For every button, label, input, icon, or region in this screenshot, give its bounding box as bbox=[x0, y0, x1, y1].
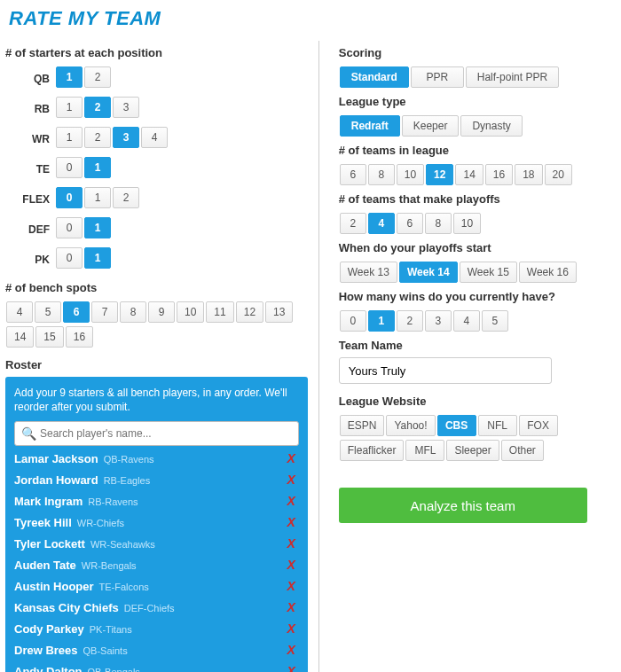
remove-player-icon[interactable]: X bbox=[287, 643, 298, 657]
scoring-option[interactable]: Half-point PPR bbox=[466, 66, 559, 88]
teams-option[interactable]: 20 bbox=[545, 164, 572, 185]
player-row[interactable]: Jordan HowardRB-EaglesX bbox=[14, 469, 299, 490]
playoffs-option[interactable]: 4 bbox=[368, 213, 395, 234]
website-option[interactable]: MFL bbox=[405, 440, 444, 461]
playoffs-option[interactable]: 2 bbox=[340, 213, 366, 234]
bench-option[interactable]: 16 bbox=[66, 326, 93, 348]
website-option[interactable]: CBS bbox=[437, 415, 476, 436]
player-row[interactable]: Kansas City ChiefsDEF-ChiefsX bbox=[14, 597, 299, 618]
position-option[interactable]: 2 bbox=[84, 66, 111, 88]
starter-row: WR1234 bbox=[5, 125, 308, 153]
remove-player-icon[interactable]: X bbox=[287, 621, 298, 636]
playoffs-option[interactable]: 6 bbox=[397, 213, 423, 234]
position-option[interactable]: 1 bbox=[84, 217, 111, 238]
position-option[interactable]: 3 bbox=[113, 127, 139, 148]
bench-option[interactable]: 9 bbox=[148, 301, 175, 323]
playoff-start-option[interactable]: Week 15 bbox=[460, 262, 517, 283]
left-column: # of starters at each position QB12RB123… bbox=[5, 41, 319, 672]
position-option[interactable]: 2 bbox=[84, 127, 111, 148]
playoff-start-option[interactable]: Week 16 bbox=[519, 262, 577, 283]
position-option[interactable]: 0 bbox=[56, 217, 83, 238]
player-row[interactable]: Mark IngramRB-RavensX bbox=[14, 490, 299, 512]
remove-player-icon[interactable]: X bbox=[287, 558, 298, 572]
scoring-option[interactable]: Standard bbox=[340, 66, 409, 88]
teams-option[interactable]: 10 bbox=[397, 164, 424, 185]
bench-option[interactable]: 8 bbox=[120, 301, 146, 323]
remove-player-icon[interactable]: X bbox=[287, 664, 298, 672]
teams-option[interactable]: 8 bbox=[368, 164, 395, 185]
teams-option[interactable]: 16 bbox=[485, 164, 513, 185]
player-row[interactable]: Drew BreesQB-SaintsX bbox=[14, 639, 299, 660]
bench-option[interactable]: 4 bbox=[6, 301, 33, 323]
position-option[interactable]: 1 bbox=[56, 127, 83, 148]
position-option[interactable]: 1 bbox=[56, 66, 83, 88]
wins-option[interactable]: 2 bbox=[397, 310, 423, 332]
scoring-option[interactable]: PPR bbox=[411, 66, 464, 88]
playoffs-option[interactable]: 8 bbox=[425, 213, 452, 234]
starter-row: FLEX012 bbox=[5, 185, 308, 214]
playoff-start-option[interactable]: Week 13 bbox=[340, 262, 397, 283]
player-row[interactable]: Andy DaltonQB-BengalsX bbox=[14, 660, 299, 672]
position-option[interactable]: 2 bbox=[84, 97, 111, 118]
bench-option[interactable]: 6 bbox=[63, 301, 90, 323]
league-type-option[interactable]: Dynasty bbox=[460, 115, 522, 137]
remove-player-icon[interactable]: X bbox=[287, 536, 298, 551]
league-type-option[interactable]: Redraft bbox=[340, 115, 400, 137]
website-option[interactable]: Yahoo! bbox=[386, 415, 435, 436]
website-option[interactable]: Fleaflicker bbox=[340, 440, 405, 461]
remove-player-icon[interactable]: X bbox=[287, 600, 298, 614]
player-row[interactable]: Tyler LockettWR-SeahawksX bbox=[14, 533, 299, 554]
remove-player-icon[interactable]: X bbox=[287, 579, 298, 593]
remove-player-icon[interactable]: X bbox=[287, 494, 298, 508]
wins-option[interactable]: 5 bbox=[482, 310, 508, 332]
playoffs-option[interactable]: 10 bbox=[453, 213, 481, 234]
website-option[interactable]: Sleeper bbox=[446, 440, 499, 461]
player-row[interactable]: Auden TateWR-BengalsX bbox=[14, 554, 299, 575]
position-option[interactable]: 0 bbox=[56, 187, 83, 208]
website-option[interactable]: NFL bbox=[478, 415, 517, 436]
player-row[interactable]: Cody ParkeyPK-TitansX bbox=[14, 618, 299, 639]
position-option[interactable]: 1 bbox=[84, 187, 111, 208]
teams-option[interactable]: 12 bbox=[426, 164, 453, 185]
bench-option[interactable]: 15 bbox=[35, 326, 63, 348]
position-option[interactable]: 1 bbox=[84, 247, 111, 269]
wins-option[interactable]: 0 bbox=[340, 310, 366, 332]
bench-option[interactable]: 10 bbox=[177, 301, 204, 323]
position-option[interactable]: 1 bbox=[56, 97, 83, 118]
website-option[interactable]: Other bbox=[501, 440, 544, 461]
website-option[interactable]: FOX bbox=[519, 415, 558, 436]
player-row[interactable]: Tyreek HillWR-ChiefsX bbox=[14, 512, 299, 533]
playoffs-label: # of teams that make playoffs bbox=[339, 192, 616, 206]
bench-option[interactable]: 11 bbox=[206, 301, 233, 323]
wins-option[interactable]: 1 bbox=[368, 310, 395, 332]
bench-option[interactable]: 12 bbox=[236, 301, 263, 323]
search-input[interactable] bbox=[14, 421, 299, 446]
remove-player-icon[interactable]: X bbox=[287, 473, 298, 487]
position-option[interactable]: 4 bbox=[141, 127, 168, 148]
remove-player-icon[interactable]: X bbox=[287, 451, 298, 465]
analyze-button[interactable]: Analyze this team bbox=[339, 488, 587, 523]
position-option[interactable]: 3 bbox=[113, 97, 139, 118]
player-row[interactable]: Austin HooperTE-FalconsX bbox=[14, 575, 299, 597]
teams-option[interactable]: 6 bbox=[340, 164, 366, 185]
team-name-input[interactable] bbox=[339, 357, 552, 384]
playoff-start-option[interactable]: Week 14 bbox=[399, 262, 458, 283]
position-option[interactable]: 1 bbox=[84, 157, 111, 178]
player-meta: RB-Eagles bbox=[104, 475, 287, 486]
position-option[interactable]: 2 bbox=[113, 187, 139, 208]
wins-option[interactable]: 4 bbox=[453, 310, 480, 332]
bench-option[interactable]: 5 bbox=[35, 301, 61, 323]
league-type-option[interactable]: Keeper bbox=[402, 115, 460, 137]
position-option[interactable]: 0 bbox=[56, 247, 83, 269]
bench-option[interactable]: 13 bbox=[265, 301, 293, 323]
website-option[interactable]: ESPN bbox=[340, 415, 385, 436]
teams-option[interactable]: 18 bbox=[515, 164, 542, 185]
position-option[interactable]: 0 bbox=[56, 157, 83, 178]
bench-option[interactable]: 14 bbox=[6, 326, 34, 348]
player-row[interactable]: Lamar JacksonQB-RavensX bbox=[14, 448, 299, 469]
wins-option[interactable]: 3 bbox=[425, 310, 452, 332]
remove-player-icon[interactable]: X bbox=[287, 515, 298, 529]
teams-option[interactable]: 14 bbox=[455, 164, 483, 185]
bench-option[interactable]: 7 bbox=[91, 301, 118, 323]
player-name: Tyreek Hill bbox=[14, 516, 72, 529]
